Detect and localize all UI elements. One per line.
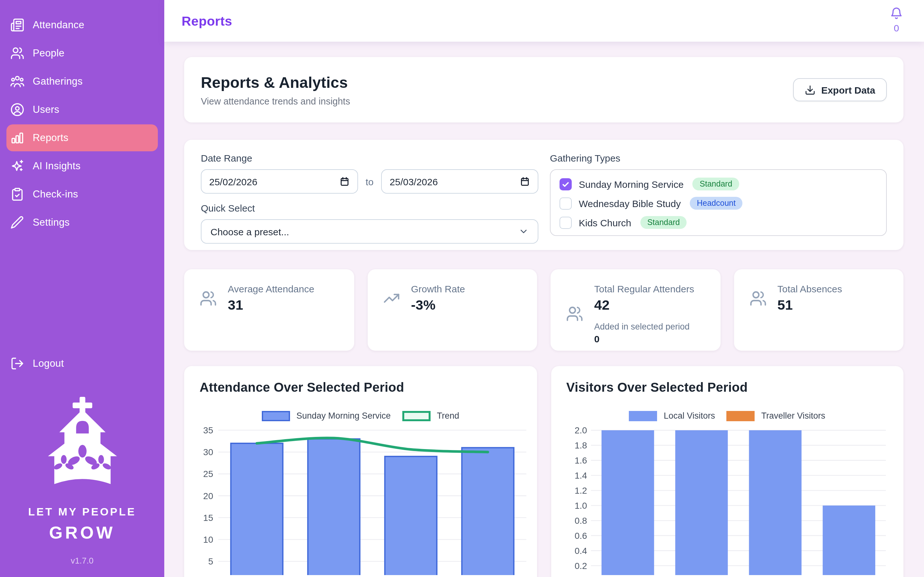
quick-select-label: Quick Select [201,201,538,215]
quick-select-dropdown[interactable]: Choose a preset... [201,219,538,243]
stat-card-growth-rate: Growth Rate -3% [367,269,537,351]
trending-up-icon [383,290,400,307]
chart-legend: Local Visitors Traveller Visitors [551,410,903,421]
page-title: Reports [182,13,232,29]
legend-item: Sunday Morning Service [262,411,391,421]
sidebar-item-label: Gatherings [33,76,83,87]
chevron-down-icon [519,226,529,237]
app-root: Attendance People Gatherings Users [0,0,924,577]
svg-text:15: 15 [203,513,213,523]
download-icon [804,84,816,95]
users-icon [566,305,583,322]
svg-text:0.8: 0.8 [574,516,587,526]
sidebar-item-reports[interactable]: Reports [6,124,158,151]
date-range-label: Date Range [201,151,538,165]
logout-label: Logout [33,358,64,369]
stat-card-total-regular-attenders: Total Regular Attenders 42 Added in sele… [551,269,720,351]
sidebar-item-label: Reports [33,132,68,143]
gathering-type-row: Sunday Morning Service Standard [559,174,877,193]
stat-sub-value: 0 [594,334,694,344]
chart-title: Visitors Over Selected Period [566,380,903,395]
checkbox-kids-church[interactable] [559,216,572,229]
svg-text:35: 35 [203,425,213,435]
svg-text:1.4: 1.4 [574,471,587,480]
sidebar-item-label: Attendance [33,19,84,31]
app-version: v1.7.0 [71,556,94,566]
stat-label: Total Absences [777,284,842,294]
sidebar-item-settings[interactable]: Settings [6,209,158,236]
calendar-icon [520,176,530,187]
date-to-input[interactable]: 25/03/2026 [381,169,539,193]
sidebar-item-label: Settings [33,217,69,228]
quick-select-value: Choose a preset... [210,226,289,237]
date-to-value: 25/03/2026 [390,176,438,187]
users-icon [200,290,217,307]
svg-text:2.0: 2.0 [574,425,587,435]
svg-text:20: 20 [203,491,213,501]
svg-text:1.0: 1.0 [574,501,587,511]
users-icon [10,46,24,60]
gathering-type-filters: Gathering Types Sunday Morning Service S… [550,151,887,250]
stat-value: -3% [411,298,465,314]
sidebar-item-label: Check-ins [33,189,78,200]
gathering-types-label: Gathering Types [550,151,887,165]
notification-area[interactable]: 0 [889,6,903,33]
stat-sub-label: Added in selected period [594,322,694,332]
legend-label: Traveller Visitors [761,411,825,421]
date-to-word: to [366,176,374,187]
reports-analytics-subtitle: View attendance trends and insights [201,96,350,106]
date-from-input[interactable]: 25/02/2026 [201,169,358,193]
export-data-button[interactable]: Export Data [793,78,887,101]
legend-swatch-traveller-visitors [727,411,755,421]
legend-item: Trend [402,411,459,421]
gathering-type-label: Wednesday Bible Study [579,198,681,209]
visitors-chart-card: Visitors Over Selected Period Local Visi… [551,366,903,577]
date-range-row: 25/02/2026 to 25/03/2026 [201,169,538,193]
attendance-chart-card: Attendance Over Selected Period Sunday M… [184,366,537,577]
gathering-type-row: Kids Church Standard [559,213,877,232]
content-area: Reports & Analytics View attendance tren… [164,42,924,577]
bar-chart-icon [10,131,24,145]
stat-card-total-absences: Total Absences 51 [734,269,903,351]
sidebar-item-gatherings[interactable]: Gatherings [6,68,158,95]
checkbox-wednesday-bible-study[interactable] [559,197,572,210]
sidebar-nav: Attendance People Gatherings Users [0,0,164,237]
stat-value: 31 [228,298,314,314]
logout-button[interactable]: Logout [6,350,158,377]
gathering-type-badge: Standard [693,177,739,190]
filters-card: Date Range 25/02/2026 to 25/03/2026 Quic… [184,140,903,250]
legend-swatch-sunday-morning-service [262,411,290,421]
sidebar-item-label: AI Insights [33,160,81,172]
svg-text:30: 30 [203,447,213,457]
date-filters: Date Range 25/02/2026 to 25/03/2026 Quic… [201,151,538,250]
stat-value: 42 [594,298,694,314]
users-icon [749,290,766,307]
legend-label: Sunday Morning Service [296,411,391,421]
export-data-label: Export Data [821,84,875,95]
legend-swatch-trend [402,411,431,421]
users-group-icon [10,74,24,89]
svg-text:5: 5 [208,556,213,566]
sidebar-item-attendance[interactable]: Attendance [6,11,158,39]
legend-swatch-local-visitors [629,411,657,421]
gathering-type-badge: Standard [640,216,687,229]
main-column: Reports 0 Reports & Analytics View atten… [164,0,924,577]
sidebar-item-ai-insights[interactable]: AI Insights [6,153,158,179]
sidebar-item-users[interactable]: Users [6,96,158,123]
attendance-bar-chart: 3530252015105 [184,425,537,575]
sidebar-item-people[interactable]: People [6,40,158,67]
svg-text:25: 25 [203,469,213,479]
stat-label: Total Regular Attenders [594,284,694,294]
svg-text:1.6: 1.6 [574,456,587,466]
chart-legend: Sunday Morning Service Trend [184,410,537,421]
check-icon [561,180,570,188]
svg-text:0.6: 0.6 [574,531,587,541]
clipboard-list-icon [10,18,24,32]
stat-card-average-attendance: Average Attendance 31 [184,269,354,351]
sidebar-item-check-ins[interactable]: Check-ins [6,181,158,208]
svg-text:1.8: 1.8 [574,440,587,450]
checkbox-sunday-morning-service[interactable] [559,178,572,190]
page-header-card: Reports & Analytics View attendance tren… [184,57,903,122]
gathering-type-label: Sunday Morning Service [579,179,684,189]
gathering-type-label: Kids Church [579,217,631,228]
